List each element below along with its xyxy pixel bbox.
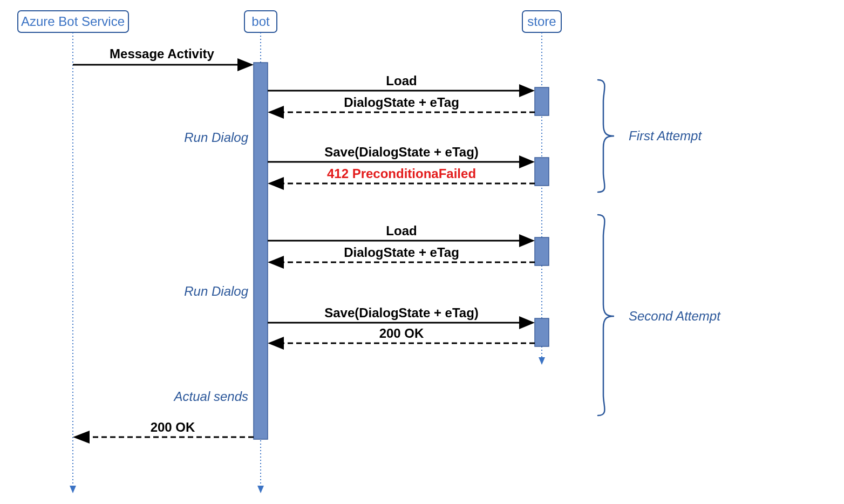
msg-200ok-store: 200 OK bbox=[268, 326, 535, 350]
participant-bot-label: bot bbox=[251, 14, 270, 29]
msg-load-2: Load bbox=[268, 223, 535, 247]
svg-marker-4 bbox=[237, 58, 254, 71]
msg-load-1-label: Load bbox=[386, 73, 417, 88]
msg-precondition-failed-label: 412 PreconditionaFailed bbox=[327, 166, 476, 181]
msg-dialogstate-1: DialogState + eTag bbox=[268, 95, 535, 119]
msg-save-1: Save(DialogState + eTag) bbox=[268, 145, 535, 168]
second-attempt-label: Second Attempt bbox=[629, 309, 721, 323]
svg-marker-12 bbox=[268, 177, 284, 190]
brace-second-attempt: Second Attempt bbox=[598, 215, 721, 416]
first-attempt-label: First Attempt bbox=[629, 128, 702, 143]
msg-precondition-failed: 412 PreconditionaFailed bbox=[268, 166, 535, 190]
activation-bot bbox=[254, 63, 268, 439]
participant-store-label: store bbox=[527, 14, 556, 29]
msg-load-1: Load bbox=[268, 73, 535, 97]
participant-azure: Azure Bot Service bbox=[18, 11, 128, 32]
svg-marker-10 bbox=[519, 155, 535, 168]
activation-store-3 bbox=[535, 237, 549, 265]
svg-marker-6 bbox=[519, 84, 535, 97]
msg-save-1-label: Save(DialogState + eTag) bbox=[324, 145, 479, 159]
msg-activity: Message Activity bbox=[73, 46, 254, 71]
svg-marker-16 bbox=[268, 256, 284, 269]
activation-store-4 bbox=[535, 318, 549, 346]
msg-load-2-label: Load bbox=[386, 223, 417, 238]
svg-marker-22 bbox=[73, 431, 90, 444]
msg-save-2-label: Save(DialogState + eTag) bbox=[324, 305, 479, 320]
msg-dialogstate-2-label: DialogState + eTag bbox=[344, 245, 459, 260]
msg-200ok-azure: 200 OK bbox=[73, 420, 254, 444]
svg-marker-20 bbox=[268, 337, 284, 350]
participant-store: store bbox=[522, 11, 561, 32]
svg-marker-8 bbox=[268, 106, 284, 119]
participant-bot: bot bbox=[244, 11, 277, 32]
msg-200ok-store-label: 200 OK bbox=[379, 326, 424, 340]
lifeline-azure-arrow bbox=[70, 486, 76, 493]
svg-marker-14 bbox=[519, 234, 535, 247]
participant-azure-label: Azure Bot Service bbox=[21, 14, 125, 29]
msg-dialogstate-1-label: DialogState + eTag bbox=[344, 95, 459, 110]
msg-dialogstate-2: DialogState + eTag bbox=[268, 245, 535, 269]
sequence-diagram: Azure Bot Service bot store Message Acti… bbox=[0, 0, 844, 504]
brace-first-attempt: First Attempt bbox=[598, 80, 702, 192]
svg-marker-18 bbox=[519, 316, 535, 329]
msg-activity-label: Message Activity bbox=[110, 46, 215, 61]
msg-200ok-azure-label: 200 OK bbox=[151, 420, 195, 434]
run-dialog-1-label: Run Dialog bbox=[184, 130, 248, 145]
actual-sends-label: Actual sends bbox=[173, 389, 248, 404]
run-dialog-2-label: Run Dialog bbox=[184, 284, 248, 298]
lifeline-store-arrow bbox=[539, 357, 545, 365]
activation-store-1 bbox=[535, 87, 549, 115]
activation-store-2 bbox=[535, 158, 549, 186]
lifeline-bot-arrow bbox=[257, 486, 264, 493]
